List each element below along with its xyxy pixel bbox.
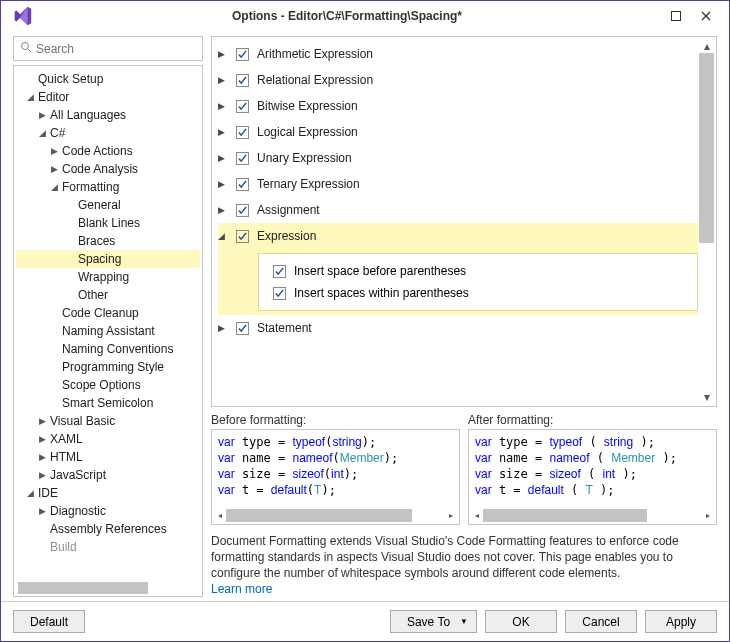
option-expression[interactable]: ◢Expression [218, 223, 698, 249]
default-button[interactable]: Default [13, 610, 85, 633]
checkbox-checked-icon[interactable] [236, 74, 249, 87]
option-assignment[interactable]: ▶Assignment [218, 197, 698, 223]
tree-item-xaml[interactable]: ▶XAML [16, 430, 200, 448]
collapse-icon[interactable]: ◢ [48, 182, 60, 192]
tree-item-html[interactable]: ▶HTML [16, 448, 200, 466]
expand-icon[interactable]: ▶ [218, 153, 232, 163]
tree-item-programming-style[interactable]: Programming Style [16, 358, 200, 376]
option-ternary[interactable]: ▶Ternary Expression [218, 171, 698, 197]
expand-icon[interactable]: ▶ [36, 470, 48, 480]
tree-item-all-languages[interactable]: ▶All Languages [16, 106, 200, 124]
dropdown-icon: ▼ [460, 617, 468, 626]
tree-item-scope-options[interactable]: Scope Options [16, 376, 200, 394]
checkbox-checked-icon[interactable] [273, 265, 286, 278]
checkbox-checked-icon[interactable] [236, 100, 249, 113]
maximize-button[interactable] [661, 2, 691, 30]
tree-item-csharp[interactable]: ◢C# [16, 124, 200, 142]
option-bitwise[interactable]: ▶Bitwise Expression [218, 93, 698, 119]
search-input[interactable] [36, 42, 196, 56]
options-vertical-scrollbar[interactable]: ▴ ▾ [699, 39, 714, 404]
tree-horizontal-scrollbar[interactable] [18, 582, 186, 594]
scroll-right-icon[interactable]: ▸ [445, 511, 457, 520]
checkbox-checked-icon[interactable] [236, 48, 249, 61]
tree-item-code-cleanup[interactable]: Code Cleanup [16, 304, 200, 322]
search-box[interactable] [13, 36, 203, 61]
apply-button[interactable]: Apply [645, 610, 717, 633]
expand-icon[interactable]: ▶ [36, 434, 48, 444]
expand-icon[interactable]: ▶ [48, 146, 60, 156]
after-code: var type = typeof ( string ); var name =… [468, 429, 717, 525]
save-to-button[interactable]: Save To▼ [390, 610, 477, 633]
tree-item-spacing[interactable]: Spacing [16, 250, 200, 268]
tree-item-javascript[interactable]: ▶JavaScript [16, 466, 200, 484]
option-relational[interactable]: ▶Relational Expression [218, 67, 698, 93]
option-statement[interactable]: ▶Statement [218, 315, 698, 341]
tree-item-build[interactable]: Build [16, 538, 200, 556]
expand-icon[interactable]: ▶ [36, 110, 48, 120]
options-tree[interactable]: Quick Setup ◢Editor ▶All Languages ◢C# ▶… [13, 65, 203, 597]
checkbox-checked-icon[interactable] [236, 126, 249, 139]
tree-item-ide[interactable]: ◢IDE [16, 484, 200, 502]
expand-icon[interactable]: ▶ [218, 205, 232, 215]
after-horizontal-scrollbar[interactable]: ◂▸ [471, 509, 714, 522]
tree-item-code-actions[interactable]: ▶Code Actions [16, 142, 200, 160]
checkbox-checked-icon[interactable] [236, 178, 249, 191]
option-arithmetic[interactable]: ▶Arithmetic Expression [218, 41, 698, 67]
checkbox-checked-icon[interactable] [236, 152, 249, 165]
collapse-icon[interactable]: ◢ [218, 231, 232, 241]
tree-item-smart-semicolon[interactable]: Smart Semicolon [16, 394, 200, 412]
svg-rect-0 [672, 12, 681, 21]
expand-icon[interactable]: ▶ [218, 101, 232, 111]
expand-icon[interactable]: ▶ [48, 164, 60, 174]
scroll-left-icon[interactable]: ◂ [214, 511, 226, 520]
tree-item-formatting[interactable]: ◢Formatting [16, 178, 200, 196]
expand-icon[interactable]: ▶ [36, 506, 48, 516]
expand-icon[interactable]: ▶ [218, 323, 232, 333]
expand-icon[interactable]: ▶ [218, 127, 232, 137]
scroll-up-icon[interactable]: ▴ [699, 39, 714, 53]
checkbox-checked-icon[interactable] [273, 287, 286, 300]
before-horizontal-scrollbar[interactable]: ◂▸ [214, 509, 457, 522]
tree-item-wrapping[interactable]: Wrapping [16, 268, 200, 286]
learn-more-link[interactable]: Learn more [211, 582, 272, 596]
tree-item-general[interactable]: General [16, 196, 200, 214]
option-insert-before-parens[interactable]: Insert space before parentheses [269, 260, 687, 282]
collapse-icon[interactable]: ◢ [36, 128, 48, 138]
tree-item-assembly-references[interactable]: Assembly References [16, 520, 200, 538]
expand-icon[interactable]: ▶ [218, 49, 232, 59]
tree-item-other[interactable]: Other [16, 286, 200, 304]
option-insert-within-parens[interactable]: Insert spaces within parentheses [269, 282, 687, 304]
checkbox-checked-icon[interactable] [236, 204, 249, 217]
tree-item-quick-setup[interactable]: Quick Setup [16, 70, 200, 88]
scroll-down-icon[interactable]: ▾ [699, 390, 714, 404]
expand-icon[interactable]: ▶ [36, 452, 48, 462]
svg-point-1 [22, 43, 29, 50]
option-unary[interactable]: ▶Unary Expression [218, 145, 698, 171]
option-logical[interactable]: ▶Logical Expression [218, 119, 698, 145]
expand-icon[interactable]: ▶ [218, 179, 232, 189]
content-area: Quick Setup ◢Editor ▶All Languages ◢C# ▶… [1, 31, 729, 601]
vs-logo-icon [11, 5, 33, 27]
cancel-button[interactable]: Cancel [565, 610, 637, 633]
checkbox-checked-icon[interactable] [236, 322, 249, 335]
expand-icon[interactable]: ▶ [36, 416, 48, 426]
tree-item-blank-lines[interactable]: Blank Lines [16, 214, 200, 232]
ok-button[interactable]: OK [485, 610, 557, 633]
expand-icon[interactable]: ▶ [218, 75, 232, 85]
description-text: Document Formatting extends Visual Studi… [211, 533, 717, 597]
checkbox-checked-icon[interactable] [236, 230, 249, 243]
scroll-right-icon[interactable]: ▸ [702, 511, 714, 520]
close-button[interactable] [691, 2, 721, 30]
dialog-footer: Default Save To▼ OK Cancel Apply [1, 601, 729, 641]
scroll-left-icon[interactable]: ◂ [471, 511, 483, 520]
tree-item-diagnostic[interactable]: ▶Diagnostic [16, 502, 200, 520]
collapse-icon[interactable]: ◢ [24, 488, 36, 498]
tree-item-code-analysis[interactable]: ▶Code Analysis [16, 160, 200, 178]
tree-item-braces[interactable]: Braces [16, 232, 200, 250]
collapse-icon[interactable]: ◢ [24, 92, 36, 102]
left-panel: Quick Setup ◢Editor ▶All Languages ◢C# ▶… [13, 36, 203, 597]
tree-item-visual-basic[interactable]: ▶Visual Basic [16, 412, 200, 430]
tree-item-editor[interactable]: ◢Editor [16, 88, 200, 106]
tree-item-naming-conventions[interactable]: Naming Conventions [16, 340, 200, 358]
tree-item-naming-assistant[interactable]: Naming Assistant [16, 322, 200, 340]
